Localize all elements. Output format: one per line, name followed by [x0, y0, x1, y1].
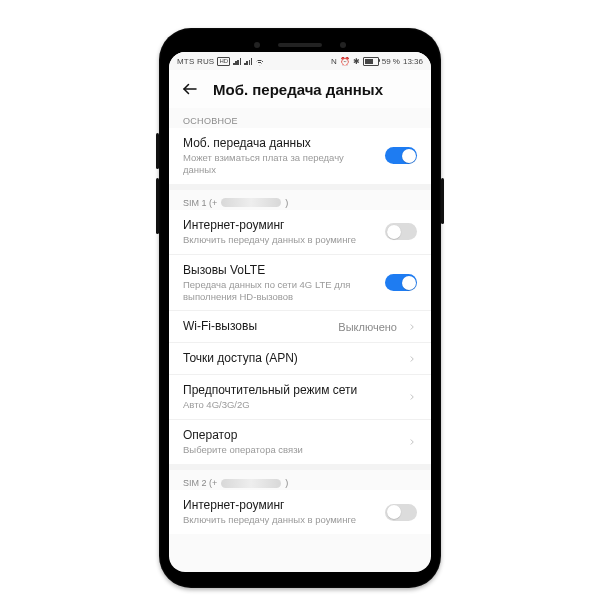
- row-title: Wi-Fi-вызовы: [183, 319, 328, 334]
- alarm-icon: ⏰: [340, 57, 350, 66]
- toggle-volte[interactable]: [385, 274, 417, 291]
- row-title: Интернет-роуминг: [183, 498, 375, 513]
- sim1-prefix: SIM 1 (+: [183, 198, 217, 208]
- row-title: Моб. передача данных: [183, 136, 375, 151]
- sim2-suffix: ): [285, 478, 288, 488]
- sim1-number-redacted: [221, 198, 281, 207]
- signal-icon: [233, 58, 241, 65]
- row-subtitle: Может взиматься плата за передачу данных: [183, 152, 375, 176]
- row-roaming-sim2[interactable]: Интернет-роуминг Включить передачу данны…: [169, 490, 431, 534]
- row-subtitle: Выберите оператора связи: [183, 444, 397, 456]
- row-subtitle: Передача данных по сети 4G LTE для выпол…: [183, 279, 375, 303]
- chevron-right-icon: [407, 437, 417, 447]
- status-bar: MTS RUS HD N ⏰ ✱ 59 % 13:36: [169, 52, 431, 70]
- chevron-right-icon: [407, 392, 417, 402]
- row-title: Предпочтительный режим сети: [183, 383, 397, 398]
- volume-button: [156, 178, 159, 234]
- row-volte[interactable]: Вызовы VoLTE Передача данных по сети 4G …: [169, 254, 431, 311]
- toggle-mobile-data[interactable]: [385, 147, 417, 164]
- sensor-bar: [169, 38, 431, 52]
- row-title: Точки доступа (APN): [183, 351, 397, 366]
- chevron-right-icon: [407, 354, 417, 364]
- row-subtitle: Авто 4G/3G/2G: [183, 399, 397, 411]
- side-button: [156, 133, 159, 169]
- row-apn[interactable]: Точки доступа (APN): [169, 342, 431, 374]
- page-title: Моб. передача данных: [213, 81, 383, 98]
- wifi-icon: [255, 57, 264, 66]
- row-roaming-sim1[interactable]: Интернет-роуминг Включить передачу данны…: [169, 210, 431, 254]
- screen: MTS RUS HD N ⏰ ✱ 59 % 13:36 Моб. передач…: [169, 52, 431, 572]
- phone-frame: MTS RUS HD N ⏰ ✱ 59 % 13:36 Моб. передач…: [159, 28, 441, 588]
- nfc-icon: N: [331, 57, 337, 66]
- row-value: Выключено: [338, 321, 397, 333]
- row-mobile-data[interactable]: Моб. передача данных Может взиматься пла…: [169, 128, 431, 184]
- toggle-roaming-sim1[interactable]: [385, 223, 417, 240]
- power-button: [441, 178, 444, 224]
- row-subtitle: Включить передачу данных в роуминге: [183, 234, 375, 246]
- row-title: Оператор: [183, 428, 397, 443]
- row-network-mode[interactable]: Предпочтительный режим сети Авто 4G/3G/2…: [169, 374, 431, 419]
- app-header: Моб. передача данных: [169, 70, 431, 108]
- toggle-roaming-sim2[interactable]: [385, 504, 417, 521]
- section-main-label: ОСНОВНОЕ: [169, 108, 431, 128]
- signal-icon: [244, 58, 252, 65]
- battery-text: 59 %: [382, 57, 400, 66]
- back-icon[interactable]: [181, 80, 199, 98]
- section-sim2-label: SIM 2 (+ ): [169, 470, 431, 490]
- carrier-label: MTS RUS: [177, 57, 214, 66]
- row-title: Вызовы VoLTE: [183, 263, 375, 278]
- hd-badge: HD: [217, 57, 230, 66]
- row-title: Интернет-роуминг: [183, 218, 375, 233]
- battery-icon: [363, 57, 379, 66]
- row-subtitle: Включить передачу данных в роуминге: [183, 514, 375, 526]
- row-wifi-calling[interactable]: Wi-Fi-вызовы Выключено: [169, 310, 431, 342]
- row-operator[interactable]: Оператор Выберите оператора связи: [169, 419, 431, 464]
- sim1-suffix: ): [285, 198, 288, 208]
- clock: 13:36: [403, 57, 423, 66]
- bluetooth-icon: ✱: [353, 57, 360, 66]
- sim2-prefix: SIM 2 (+: [183, 478, 217, 488]
- sim2-number-redacted: [221, 479, 281, 488]
- settings-content: ОСНОВНОЕ Моб. передача данных Может взим…: [169, 108, 431, 572]
- chevron-right-icon: [407, 322, 417, 332]
- section-sim1-label: SIM 1 (+ ): [169, 190, 431, 210]
